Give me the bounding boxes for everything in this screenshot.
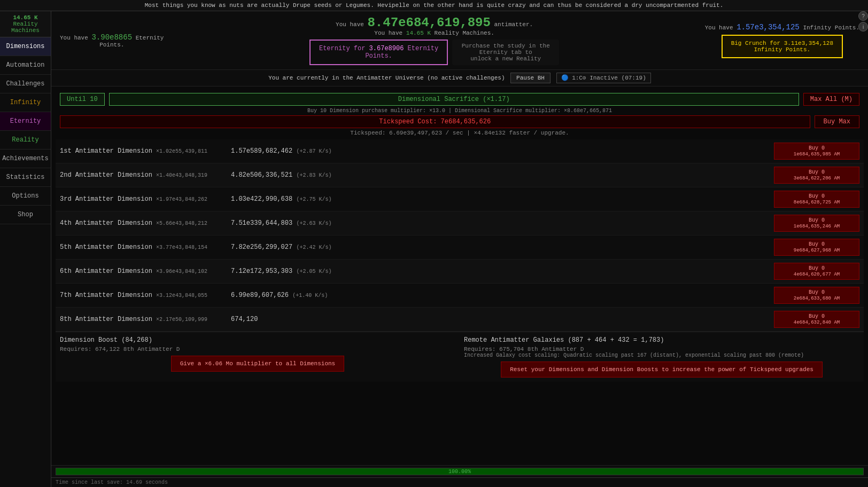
antimatter-label1: You have <box>336 21 364 28</box>
max-all-button[interactable]: Max All (M) <box>803 93 859 106</box>
eternity-points-block: You have 3.90e8865 Eternity Points. <box>60 33 164 48</box>
dim-name-4: 4th Antimatter Dimension ×5.66e43,848,21… <box>60 219 231 227</box>
infinity-points-block: You have 1.57e3,354,125 Infinity Points. <box>705 23 859 32</box>
sidebar-item-statistics[interactable]: Statistics <box>0 168 51 187</box>
help-button[interactable]: ? <box>858 11 868 21</box>
progress-bar-label: 100.00% <box>56 468 863 475</box>
sidebar-item-challenges[interactable]: Challenges <box>0 75 51 93</box>
dimension-boost-button[interactable]: Give a ×6.06 Mo multiplier to all Dimens… <box>171 356 344 372</box>
dim-amount-4: 7.51e339,644,803 (+2.63 K/s) <box>231 219 774 227</box>
dim-buy-btn-4[interactable]: Buy 01e684,635,246 AM <box>774 215 859 232</box>
dim-buy-btn-8[interactable]: Buy 04e684,632,840 AM <box>774 311 859 328</box>
progress-bar-container: 100.00% <box>51 465 868 477</box>
buy-max-button[interactable]: Buy Max <box>815 115 859 128</box>
remote-galaxies-req: Requires: 675,704 8th Antimatter D <box>464 346 859 352</box>
dimension-boost-section: Dimension Boost (84,268) Requires: 674,1… <box>60 336 455 378</box>
dim-name-3: 3rd Antimatter Dimension ×1.97e43,848,26… <box>60 195 231 203</box>
table-row: 1st Antimatter Dimension ×1.02e55,439,81… <box>56 139 864 163</box>
sidebar-item-eternity[interactable]: Eternity <box>0 112 51 131</box>
dimension-boost-title: Dimension Boost (84,268) <box>60 336 455 344</box>
help-cluster: ? i <box>858 11 868 32</box>
table-row: 3rd Antimatter Dimension ×1.97e43,848,26… <box>56 187 864 211</box>
infinity-value: 1.57e3,354,125 <box>737 23 800 32</box>
eternity-btn-line1: Eternity for <box>319 45 365 52</box>
dimension-rows: 1st Antimatter Dimension ×1.02e55,439,81… <box>56 139 864 332</box>
remote-galaxies-scaling: Increased Galaxy cost scaling: Quadratic… <box>464 352 859 358</box>
sidebar-item-infinity[interactable]: Infinity <box>0 93 51 112</box>
table-row: 2nd Antimatter Dimension ×1.40e43,848,31… <box>56 163 864 187</box>
footer-text: Time since last save: 14.69 seconds <box>56 480 168 485</box>
dim-name-6: 6th Antimatter Dimension ×3.96e43,848,10… <box>60 268 231 275</box>
eternity-btn-unit: Eternity <box>408 45 439 52</box>
universe-bar: You are currently in the Antimatter Univ… <box>51 70 868 87</box>
reality-machines-unit: Reality Machines. <box>435 30 494 36</box>
eternity-btn-value: 3.67e8906 <box>369 45 404 52</box>
antimatter-value: 8.47e684,619,895 <box>367 15 490 30</box>
reality-machines-label2: Machines <box>2 27 49 34</box>
dim-name-5: 5th Antimatter Dimension ×3.77e43,848,15… <box>60 243 231 251</box>
big-crunch-value: 3.11e3,354,128 <box>784 40 833 46</box>
dim-name-8: 8th Antimatter Dimension ×2.17e50,109,99… <box>60 316 231 323</box>
reality-machines-count: 14.65 K <box>406 30 431 36</box>
dim-controls-row: Until 10 Dimensional Sacrifice (×1.17) M… <box>56 91 864 108</box>
dim-name-7: 7th Antimatter Dimension ×3.12e43,848,05… <box>60 292 231 299</box>
table-row: 6th Antimatter Dimension ×3.96e43,848,10… <box>56 260 864 284</box>
dim-buy-btn-5[interactable]: Buy 09e684,627,968 AM <box>774 239 859 256</box>
eternity-unit: Eternity <box>136 35 164 41</box>
info-button[interactable]: i <box>858 22 868 32</box>
sidebar: 14.65 K Reality Machines Dimensions Auto… <box>0 11 51 487</box>
sacrifice-info: Buy 10 Dimension purchase multiplier: ×1… <box>56 108 864 114</box>
progress-bar: 100.00% <box>56 468 864 475</box>
big-crunch-line1: Big Crunch for <box>731 40 780 46</box>
sidebar-item-dimensions[interactable]: Dimensions <box>0 37 51 56</box>
dim-name-1: 1st Antimatter Dimension ×1.02e55,439,81… <box>60 147 231 155</box>
top-banner: Most things you know as nuts are actuall… <box>0 0 868 11</box>
dimensions-area: Until 10 Dimensional Sacrifice (×1.17) M… <box>51 87 868 465</box>
banner-text: Most things you know as nuts are actuall… <box>145 2 724 9</box>
eternity-unit2: Points. <box>60 42 164 48</box>
dim-buy-btn-1[interactable]: Buy 01e684,635,985 AM <box>774 143 859 160</box>
dim-amount-5: 7.82e256,299,027 (+2.42 K/s) <box>231 243 774 251</box>
big-crunch-button[interactable]: Big Crunch for 3.11e3,354,128 Infinity P… <box>722 35 843 58</box>
universe-text: You are currently in the Antimatter Univ… <box>268 75 505 81</box>
eternity-button[interactable]: Eternity for 3.67e8906 Eternity Points. <box>309 40 448 65</box>
dim-amount-8: 674,120 <box>231 316 774 323</box>
study-text1: Purchase the study in the Eternity tab t… <box>455 43 556 56</box>
dim-buy-btn-6[interactable]: Buy 04e684,620,677 AM <box>774 263 859 280</box>
dimensional-sacrifice-button[interactable]: Dimensional Sacrifice (×1.17) <box>109 93 799 106</box>
reality-machines-value: 14.65 K <box>2 14 49 21</box>
table-row: 5th Antimatter Dimension ×3.77e43,848,15… <box>56 235 864 260</box>
sidebar-item-shop[interactable]: Shop <box>0 206 51 224</box>
dim-amount-1: 1.57e589,682,462 (+2.87 K/s) <box>231 147 774 155</box>
inactive-badge: 🔵 1:C⊙ Inactive (07:19) <box>556 73 651 83</box>
dim-buy-btn-2[interactable]: Buy 03e684,622,206 AM <box>774 167 859 184</box>
big-crunch-unit: Infinity Points. <box>754 46 811 53</box>
remote-galaxies-title: Remote Antimatter Galaxies (887 + 464 + … <box>464 336 859 344</box>
sidebar-item-options[interactable]: Options <box>0 187 51 206</box>
sidebar-item-achievements[interactable]: Achievements <box>0 150 51 168</box>
dim-buy-btn-3[interactable]: Buy 08e684,628,725 AM <box>774 191 859 208</box>
eternity-btn-unit2: Points. <box>365 52 392 60</box>
dim-buy-btn-7[interactable]: Buy 02e684,633,680 AM <box>774 287 859 304</box>
tickspeed-section: Tickspeed Cost: 7e684,635,626 Buy Max Ti… <box>56 115 864 136</box>
dimension-boost-req: Requires: 674,122 8th Antimatter D <box>60 346 455 352</box>
infinity-unit: Infinity Points. <box>803 25 859 31</box>
table-row: 4th Antimatter Dimension ×5.66e43,848,21… <box>56 211 864 235</box>
eternity-value: 3.90e8865 <box>91 33 132 42</box>
tickspeed-row: Tickspeed Cost: 7e684,635,626 Buy Max <box>60 115 859 128</box>
until-10-button[interactable]: Until 10 <box>60 93 105 106</box>
footer: Time since last save: 14.69 seconds <box>51 477 868 487</box>
table-row: 8th Antimatter Dimension ×2.17e50,109,99… <box>56 308 864 332</box>
pause-bh-button[interactable]: Pause BH <box>510 73 551 83</box>
top-stats-bar: You have 3.90e8865 Eternity Points. You … <box>51 11 868 70</box>
sidebar-item-reality[interactable]: Reality <box>0 131 51 150</box>
dim-amount-7: 6.99e89,607,626 (+1.40 K/s) <box>231 292 774 299</box>
tickspeed-info: Tickspeed: 6.69e39,497,623 / sec | ×4.84… <box>60 130 859 136</box>
remote-galaxies-button[interactable]: Reset your Dimensions and Dimension Boos… <box>501 362 823 378</box>
dim-amount-6: 7.12e172,953,303 (+2.05 K/s) <box>231 268 774 275</box>
sidebar-item-automation[interactable]: Automation <box>0 56 51 75</box>
tickspeed-cost-button[interactable]: Tickspeed Cost: 7e684,635,626 <box>60 115 810 128</box>
dim-amount-2: 4.82e506,336,521 (+2.83 K/s) <box>231 171 774 179</box>
bottom-section: Dimension Boost (84,268) Requires: 674,1… <box>56 332 864 382</box>
antimatter-unit: antimatter. <box>494 21 533 28</box>
